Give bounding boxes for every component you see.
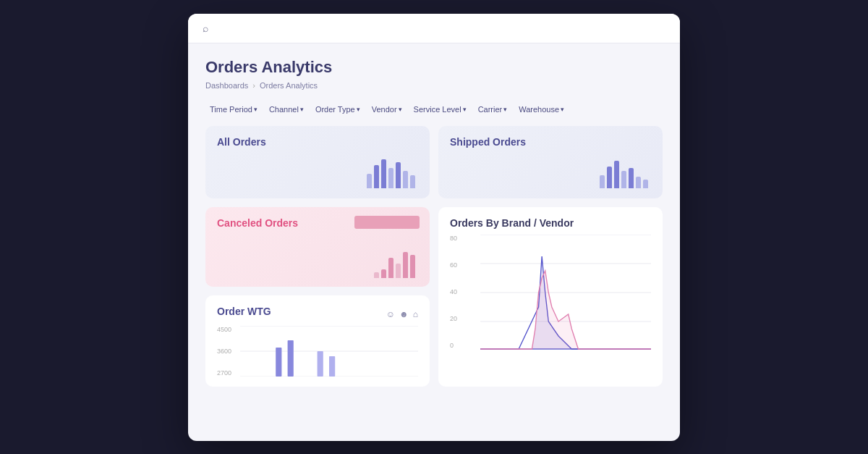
- bar: [629, 168, 634, 188]
- wtg-svg: [240, 326, 418, 377]
- search-icon[interactable]: ⌕: [203, 22, 208, 34]
- canceled-orders-chart: [374, 243, 415, 278]
- chevron-down-icon: ▾: [399, 106, 402, 113]
- bar: [614, 161, 619, 188]
- bar: [403, 171, 408, 188]
- bar: [374, 272, 379, 278]
- bar: [396, 264, 401, 278]
- middle-cards-row: Canceled Orders Order WTG ☺ ☻ ⌂: [205, 207, 663, 387]
- filter-order-type[interactable]: Order Type ▾: [311, 103, 365, 116]
- smiley2-icon[interactable]: ☻: [399, 309, 409, 319]
- chevron-down-icon: ▾: [503, 106, 507, 113]
- filter-warehouse[interactable]: Warehouse ▾: [514, 103, 569, 116]
- chevron-down-icon: ▾: [561, 106, 564, 113]
- breadcrumb-parent[interactable]: Dashboards: [205, 81, 248, 90]
- shipped-orders-card: Shipped Orders: [438, 126, 663, 198]
- orders-by-brand-card: Orders By Brand / Vendor 80 60 40 20 0: [438, 207, 663, 387]
- home-icon[interactable]: ⌂: [413, 309, 418, 319]
- bar: [388, 168, 393, 188]
- bar: [636, 177, 641, 188]
- app-window: ⌕ Orders Analytics Dashboards › Orders A…: [188, 14, 680, 441]
- filter-carrier[interactable]: Carrier ▾: [474, 103, 512, 116]
- chevron-down-icon: ▾: [300, 106, 304, 113]
- chevron-down-icon: ▾: [254, 106, 258, 113]
- svg-rect-3: [276, 348, 281, 377]
- breadcrumb-current: Orders Analytics: [260, 81, 318, 90]
- shipped-orders-chart: [600, 154, 648, 188]
- svg-rect-6: [329, 356, 335, 377]
- svg-rect-5: [318, 351, 323, 377]
- filter-channel[interactable]: Channel ▾: [265, 103, 308, 116]
- wtg-y-labels: 4500 3600 2700: [217, 326, 231, 377]
- filter-vendor[interactable]: Vendor ▾: [367, 103, 407, 116]
- svg-rect-4: [288, 340, 294, 377]
- filter-bar: Time Period ▾ Channel ▾ Order Type ▾ Ven…: [205, 103, 663, 116]
- top-cards-row: All Orders Shipped Orders: [205, 126, 663, 198]
- canceled-bar-decoration: [354, 216, 420, 229]
- chevron-down-icon: ▾: [357, 106, 360, 113]
- bar: [367, 174, 372, 188]
- chevron-down-icon: ▾: [463, 106, 467, 113]
- orders-by-brand-title: Orders By Brand / Vendor: [450, 217, 651, 229]
- top-bar: ⌕: [188, 14, 680, 43]
- filter-time-period[interactable]: Time Period ▾: [205, 103, 262, 116]
- shipped-orders-title: Shipped Orders: [450, 136, 651, 148]
- bar: [381, 269, 386, 278]
- svg-marker-13: [480, 271, 651, 349]
- bar: [410, 255, 415, 278]
- brand-y-labels: 80 60 40 20 0: [450, 235, 457, 350]
- order-wtg-card: Order WTG ☺ ☻ ⌂ 4500 3600 2700: [205, 295, 430, 387]
- breadcrumb: Dashboards › Orders Analytics: [205, 81, 663, 90]
- bar: [410, 175, 415, 188]
- canceled-orders-card: Canceled Orders: [205, 207, 430, 287]
- bar: [403, 252, 408, 278]
- page-title: Orders Analytics: [205, 58, 663, 77]
- order-wtg-chart: 4500 3600 2700: [217, 326, 418, 377]
- all-orders-chart: [367, 154, 415, 188]
- all-orders-title: All Orders: [217, 136, 418, 148]
- bar: [621, 171, 626, 188]
- brand-chart: 80 60 40 20 0: [450, 235, 651, 350]
- bar: [381, 159, 386, 188]
- main-content: Orders Analytics Dashboards › Orders Ana…: [188, 43, 680, 401]
- bar: [600, 175, 605, 188]
- bar: [643, 180, 648, 188]
- bar: [374, 165, 379, 188]
- bar: [396, 162, 401, 188]
- order-wtg-icons: ☺ ☻ ⌂: [386, 309, 418, 319]
- bar: [607, 167, 612, 188]
- smiley-icon[interactable]: ☺: [386, 309, 395, 319]
- bar: [388, 258, 393, 278]
- filter-service-level[interactable]: Service Level ▾: [409, 103, 471, 116]
- all-orders-card: All Orders: [205, 126, 430, 198]
- order-wtg-header: Order WTG ☺ ☻ ⌂: [217, 306, 418, 323]
- brand-svg: [450, 235, 651, 350]
- breadcrumb-separator: ›: [252, 81, 255, 90]
- order-wtg-title: Order WTG: [217, 306, 271, 317]
